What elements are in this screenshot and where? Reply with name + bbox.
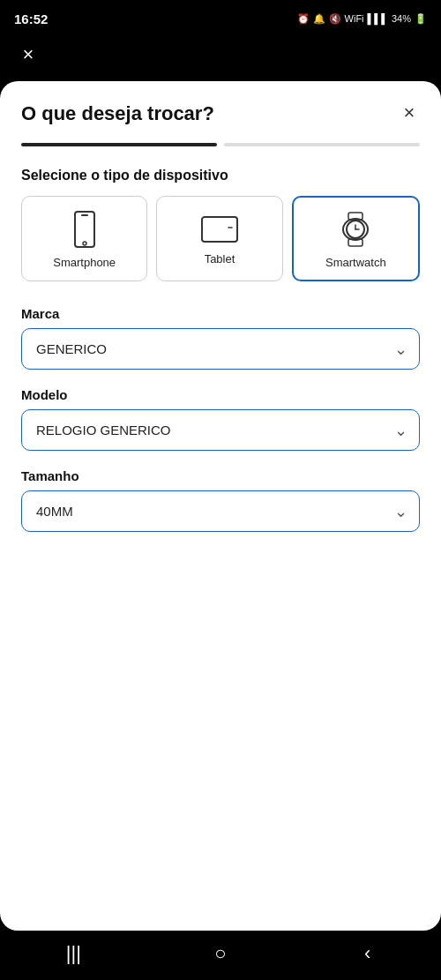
alarm-icon: ⏰ [297, 13, 310, 25]
smartwatch-icon [340, 210, 371, 249]
marca-label: Marca [21, 306, 420, 321]
bottom-nav-home[interactable]: ○ [194, 936, 247, 971]
tamanho-field-group: Tamanho 40MM ⌄ [21, 468, 420, 532]
bottom-nav: ||| ○ ‹ [0, 931, 441, 980]
marca-select-wrapper: GENERICO ⌄ [21, 328, 420, 370]
tamanho-select[interactable]: 40MM [21, 490, 420, 532]
status-time: 16:52 [14, 11, 48, 26]
svg-point-2 [83, 242, 86, 245]
mute-icon: 🔇 [329, 13, 341, 25]
marca-select[interactable]: GENERICO [21, 328, 420, 370]
top-close-button[interactable]: × [14, 41, 42, 69]
status-icons: ⏰ 🔔 🔇 WiFi ▌▌▌ 34% 🔋 [297, 13, 427, 25]
tablet-icon [200, 213, 239, 245]
status-bar: 16:52 ⏰ 🔔 🔇 WiFi ▌▌▌ 34% 🔋 [0, 0, 441, 35]
device-option-smartphone[interactable]: Smartphone [21, 196, 147, 281]
smartwatch-label: Smartwatch [325, 256, 386, 269]
wifi-icon: WiFi [345, 13, 364, 24]
top-nav: × [0, 35, 441, 81]
bottom-nav-back[interactable]: ‹ [341, 936, 394, 971]
modelo-field-group: Modelo RELOGIO GENERICO ⌄ [21, 387, 420, 451]
notification-icon: 🔔 [313, 13, 325, 25]
card-title: O que deseja trocar? [21, 102, 420, 125]
progress-step-1 [21, 143, 217, 146]
modelo-label: Modelo [21, 387, 420, 402]
tablet-label: Tablet [205, 252, 235, 266]
progress-step-2 [224, 143, 420, 146]
smartphone-icon [71, 210, 99, 249]
device-option-tablet[interactable]: Tablet [156, 196, 282, 281]
device-option-smartwatch[interactable]: Smartwatch [292, 196, 420, 281]
tamanho-select-wrapper: 40MM ⌄ [21, 490, 420, 532]
smartphone-label: Smartphone [53, 256, 116, 269]
signal-icon: ▌▌▌ [368, 13, 388, 24]
progress-bar [21, 143, 420, 146]
battery-text: 34% [392, 13, 411, 24]
device-type-selector: Smartphone Tablet [21, 196, 420, 281]
main-card: × O que deseja trocar? Selecione o tipo … [0, 81, 441, 931]
device-section-label: Selecione o tipo de dispositivo [21, 168, 420, 183]
modelo-select-wrapper: RELOGIO GENERICO ⌄ [21, 409, 420, 451]
marca-field-group: Marca GENERICO ⌄ [21, 306, 420, 370]
card-close-button[interactable]: × [395, 99, 423, 127]
modelo-select[interactable]: RELOGIO GENERICO [21, 409, 420, 451]
battery-icon: 🔋 [415, 13, 427, 25]
bottom-nav-recent[interactable]: ||| [47, 936, 100, 971]
tamanho-label: Tamanho [21, 468, 420, 483]
svg-rect-3 [202, 217, 237, 242]
